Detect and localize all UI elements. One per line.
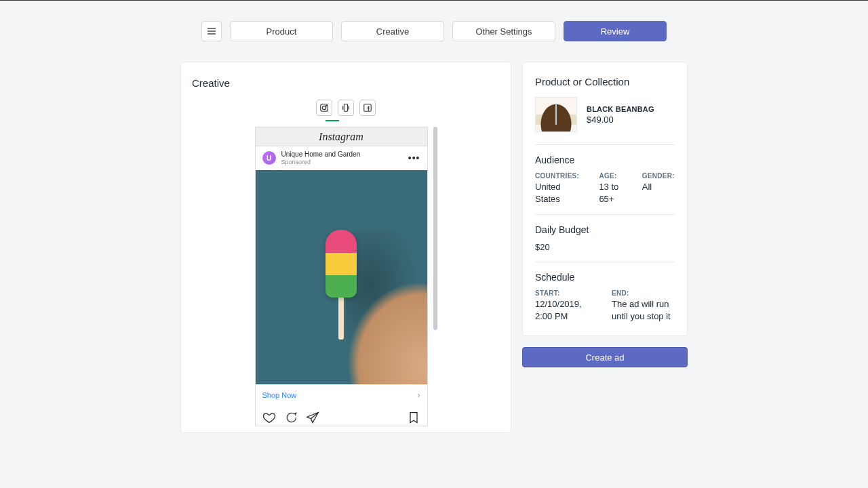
countries-label: COUNTRIES:	[535, 172, 585, 180]
budget-value: $20	[535, 242, 675, 252]
summary-card: Product or Collection BLACK BEANBAG $49.…	[522, 62, 688, 336]
summary-column: Product or Collection BLACK BEANBAG $49.…	[522, 62, 688, 367]
svg-rect-6	[344, 104, 347, 112]
svg-point-5	[326, 105, 326, 106]
product-row: BLACK BEANBAG $49.00	[535, 97, 675, 145]
creative-card: Creative Instagram U	[180, 62, 511, 433]
instagram-preview: Instagram U Unique Home and Garden Spons…	[255, 127, 428, 426]
menu-button[interactable]	[201, 21, 222, 41]
comment-icon[interactable]	[284, 411, 298, 424]
tab-review[interactable]: Review	[564, 21, 667, 41]
creative-heading: Creative	[192, 77, 500, 89]
more-icon[interactable]: •••	[408, 152, 420, 163]
cta-row[interactable]: Shop Now ›	[256, 384, 427, 405]
stories-icon	[341, 103, 351, 113]
svg-point-4	[322, 106, 326, 109]
share-icon[interactable]	[306, 411, 319, 424]
platform-tab-stories[interactable]	[338, 100, 354, 116]
instagram-icon	[319, 103, 329, 113]
start-value: 12/10/2019, 2:00 PM	[535, 298, 598, 322]
account-name: Unique Home and Garden	[281, 150, 361, 159]
tab-other-settings[interactable]: Other Settings	[452, 21, 555, 41]
end-label: END:	[612, 289, 675, 297]
product-name: BLACK BEANBAG	[587, 105, 654, 113]
start-label: START:	[535, 289, 598, 297]
budget-heading: Daily Budget	[535, 224, 675, 235]
tab-product[interactable]: Product	[230, 21, 333, 41]
platform-tab-instagram[interactable]	[316, 100, 332, 116]
countries-value: United States	[535, 181, 585, 205]
audience-section: Audience COUNTRIES: United States AGE: 1…	[535, 155, 675, 215]
account-avatar: U	[262, 151, 276, 165]
bookmark-icon[interactable]	[407, 411, 420, 424]
heart-icon[interactable]	[262, 411, 276, 424]
tab-creative[interactable]: Creative	[341, 21, 444, 41]
sponsored-label: Sponsored	[281, 159, 361, 166]
age-value: 13 to 65+	[599, 181, 628, 205]
gender-label: GENDER:	[642, 172, 675, 180]
instagram-account-row: U Unique Home and Garden Sponsored •••	[256, 146, 427, 170]
platform-tabs	[192, 100, 500, 116]
end-value: The ad will run until you stop it	[612, 298, 675, 322]
preview-scrollbar[interactable]	[433, 127, 437, 425]
instagram-header: Instagram	[256, 127, 427, 146]
schedule-heading: Schedule	[535, 272, 675, 283]
platform-tab-facebook[interactable]	[359, 100, 376, 116]
create-ad-button[interactable]: Create ad	[522, 347, 688, 367]
chevron-right-icon: ›	[418, 390, 420, 400]
hamburger-icon	[206, 26, 217, 37]
ad-image	[256, 170, 427, 384]
instagram-action-row	[256, 405, 427, 426]
top-nav: Product Creative Other Settings Review	[0, 21, 868, 41]
facebook-icon	[363, 103, 372, 113]
age-label: AGE:	[599, 172, 628, 180]
schedule-section: Schedule START: 12/10/2019, 2:00 PM END:…	[535, 272, 675, 322]
product-heading: Product or Collection	[535, 76, 675, 87]
product-price: $49.00	[587, 115, 654, 125]
audience-heading: Audience	[535, 155, 675, 165]
cta-label: Shop Now	[262, 391, 297, 399]
platform-tab-indicator	[326, 120, 339, 121]
product-thumbnail	[535, 97, 577, 132]
gender-value: All	[642, 181, 675, 193]
budget-section: Daily Budget $20	[535, 224, 675, 262]
